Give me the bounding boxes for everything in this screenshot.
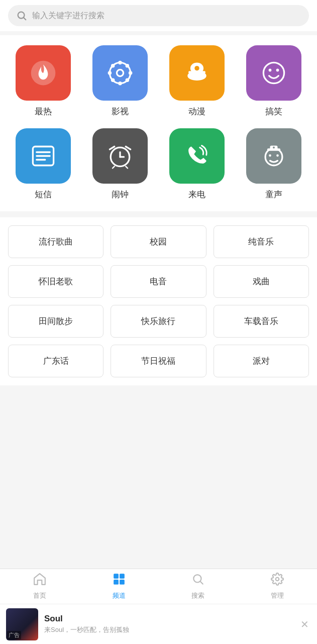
film-icon [105, 58, 135, 88]
svg-marker-38 [34, 574, 45, 585]
nav-home-label: 首页 [33, 591, 46, 600]
search-placeholder: 输入关键字进行搜索 [32, 11, 104, 21]
svg-point-19 [268, 69, 271, 72]
ad-tag: 广告 [7, 631, 21, 639]
tag-cantonese[interactable]: 广东话 [8, 345, 103, 377]
category-alarm-box [92, 128, 148, 184]
svg-rect-40 [120, 574, 125, 579]
svg-point-9 [111, 64, 115, 68]
svg-point-20 [276, 69, 279, 72]
category-movie[interactable]: 影视 [82, 45, 159, 123]
tag-party[interactable]: 派对 [214, 345, 309, 377]
category-call-label: 来电 [188, 189, 205, 200]
channel-icon [113, 573, 126, 589]
svg-point-11 [126, 64, 130, 68]
search-input-wrap[interactable]: 输入关键字进行搜索 [8, 5, 309, 26]
svg-rect-42 [120, 580, 125, 585]
ad-text: Soul 来Soul，一秒匹配，告别孤独 [44, 614, 292, 634]
category-hot-box [16, 45, 71, 101]
category-child[interactable]: 童声 [235, 128, 312, 206]
search-bar: 输入关键字进行搜索 [0, 0, 317, 31]
svg-point-37 [273, 146, 275, 148]
category-child-label: 童声 [265, 189, 282, 200]
svg-rect-41 [114, 580, 119, 585]
sms-icon [28, 141, 58, 171]
nav-manage-label: 管理 [271, 591, 284, 600]
svg-point-10 [126, 78, 130, 83]
category-call[interactable]: 来电 [159, 128, 236, 206]
category-sms-box [16, 128, 71, 184]
category-anime[interactable]: 动漫 [159, 45, 236, 123]
svg-rect-39 [114, 574, 119, 579]
manage-icon [271, 573, 284, 589]
search-icon [16, 10, 27, 21]
tag-campus[interactable]: 校园 [111, 225, 206, 258]
svg-point-34 [276, 154, 279, 157]
icon-category-grid: 最热 影视 [0, 35, 317, 211]
svg-point-43 [194, 575, 201, 582]
tag-opera[interactable]: 戏曲 [214, 265, 309, 298]
category-hot-label: 最热 [35, 106, 52, 117]
category-funny[interactable]: 搞笑 [235, 45, 312, 123]
bottom-nav: 首页 频道 搜索 管理 [0, 569, 317, 604]
tag-happy-travel[interactable]: 快乐旅行 [111, 305, 206, 338]
category-call-box [169, 128, 225, 184]
tag-holiday-blessing[interactable]: 节日祝福 [111, 345, 206, 377]
category-sms[interactable]: 短信 [5, 128, 82, 206]
nav-search-label: 搜索 [191, 591, 204, 600]
svg-point-4 [117, 69, 124, 76]
category-movie-label: 影视 [112, 106, 129, 117]
category-funny-box [246, 45, 301, 101]
ad-subtitle: 来Soul，一秒匹配，告别孤独 [44, 625, 292, 634]
ad-banner[interactable]: 广告 Soul 来Soul，一秒匹配，告别孤独 ✕ [0, 604, 317, 644]
svg-point-18 [263, 62, 284, 83]
flame-icon [28, 58, 58, 88]
nav-manage[interactable]: 管理 [238, 573, 317, 600]
svg-line-1 [24, 18, 26, 20]
category-alarm[interactable]: 闹钟 [82, 128, 159, 206]
tag-nostalgic[interactable]: 怀旧老歌 [8, 265, 103, 298]
svg-point-6 [118, 82, 122, 86]
category-sms-label: 短信 [35, 189, 52, 200]
tag-grid: 流行歌曲 校园 纯音乐 怀旧老歌 电音 戏曲 田间散步 快乐旅行 车载音乐 广东… [8, 225, 309, 377]
ad-title: Soul [44, 614, 292, 624]
nav-search[interactable]: 搜索 [159, 573, 238, 600]
funny-icon [259, 58, 289, 88]
category-movie-box [92, 45, 148, 101]
svg-point-8 [129, 71, 133, 75]
home-icon [33, 573, 46, 589]
svg-line-30 [113, 167, 115, 169]
category-anime-box [169, 45, 225, 101]
ad-thumbnail: 广告 [6, 608, 38, 640]
tag-car-music[interactable]: 车载音乐 [214, 305, 309, 338]
tag-electronic[interactable]: 电音 [111, 265, 206, 298]
nav-home[interactable]: 首页 [0, 573, 79, 600]
svg-point-33 [269, 154, 271, 157]
tag-grid-section: 流行歌曲 校园 纯音乐 怀旧老歌 电音 戏曲 田间散步 快乐旅行 车载音乐 广东… [0, 217, 317, 385]
tag-field-walk[interactable]: 田间散步 [8, 305, 103, 338]
nav-channel-label: 频道 [113, 591, 126, 600]
svg-line-31 [126, 167, 128, 169]
svg-point-45 [276, 578, 279, 581]
search-nav-icon [191, 573, 204, 589]
svg-point-5 [118, 61, 122, 65]
category-funny-label: 搞笑 [265, 106, 282, 117]
svg-point-12 [111, 78, 115, 83]
alarm-icon [105, 141, 135, 171]
ad-close-button[interactable]: ✕ [298, 616, 311, 632]
call-icon [182, 141, 212, 171]
tag-popular-songs[interactable]: 流行歌曲 [8, 225, 103, 258]
category-alarm-label: 闹钟 [112, 189, 129, 200]
svg-point-16 [194, 66, 199, 70]
svg-rect-17 [191, 76, 203, 78]
category-child-box [246, 128, 301, 184]
category-hot[interactable]: 最热 [5, 45, 82, 123]
svg-point-7 [108, 71, 112, 75]
anime-icon [182, 58, 212, 88]
tag-pure-music[interactable]: 纯音乐 [214, 225, 309, 258]
nav-channel[interactable]: 频道 [79, 573, 159, 600]
svg-line-44 [200, 582, 203, 584]
child-icon [259, 141, 289, 171]
category-anime-label: 动漫 [188, 106, 205, 117]
channel-grid-icon [113, 573, 126, 586]
